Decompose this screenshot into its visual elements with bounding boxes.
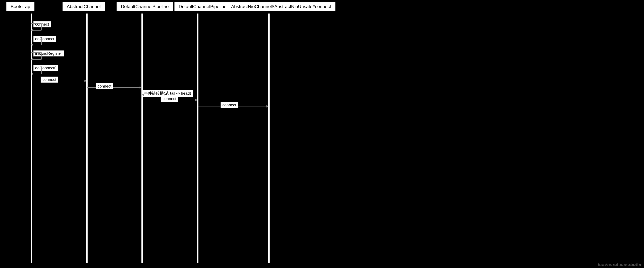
message-connect5: connect xyxy=(220,102,238,108)
self-arrow-doconnect xyxy=(32,38,42,45)
lifeline-bar-default-pipeline-1 xyxy=(142,13,143,263)
self-arrow-init-register xyxy=(32,52,42,60)
self-arrow-doconnect0 xyxy=(32,67,42,74)
arrow-connect2 xyxy=(32,81,86,81)
arrow-connect3 xyxy=(87,87,142,88)
lifeline-bar-default-pipeline-2 xyxy=(197,13,198,263)
lifeline-box-abstract-channel: AbstractChannel xyxy=(62,2,105,11)
lifeline-box-abstract-nio: AbstractNioChannel$AbstractNioUnsafe#con… xyxy=(227,2,336,11)
sequence-diagram: Bootstrap AbstractChannel DefaultChannel… xyxy=(0,0,644,268)
watermark: https://blog.csdn.net/prestigeding xyxy=(598,263,641,266)
message-connect2: connect xyxy=(40,76,58,83)
lifeline-box-bootstrap: Bootstrap xyxy=(6,2,34,11)
lifeline-bar-abstract-channel xyxy=(86,13,88,263)
message-connect4: connect xyxy=(160,96,178,102)
lifeline-box-default-pipeline-1: DefaultChannelPipeline xyxy=(116,2,173,11)
lifeline-bar-abstract-nio xyxy=(268,13,270,263)
lifeline-box-default-pipeline-2: DefaultChannelPipeline xyxy=(174,2,231,11)
lifeline-bar-bootstrap xyxy=(31,13,32,263)
message-connect3: connect xyxy=(96,83,113,89)
self-arrow-connect1 xyxy=(32,23,42,30)
